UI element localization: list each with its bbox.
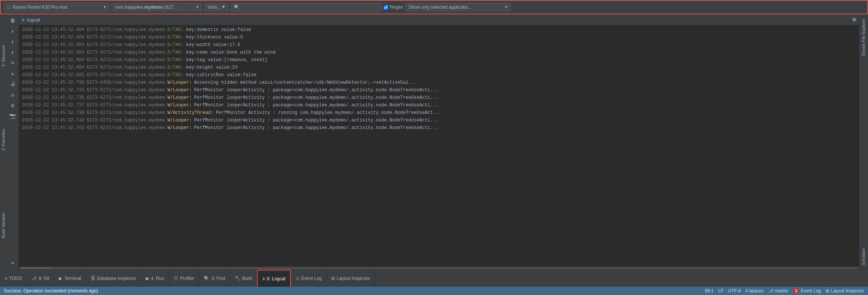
tab-terminal[interactable]: ▶Terminal [54,270,86,287]
log-message: PerfMonitor Activity : running com.happy… [216,109,441,116]
verbosity-selector[interactable]: Verb... ▼ [204,3,228,11]
log-process: 6273-6273/com.happylee.mydemo [87,124,165,131]
scroll-to-end-button[interactable]: ⬇ [8,26,18,36]
regex-label: Regex [390,5,403,10]
settings-button[interactable]: ⚙ [8,100,18,110]
app-selector[interactable]: com.happylee.mydemo (627... ▼ [112,3,202,11]
structure-label[interactable]: 2: Structure [0,42,6,70]
left-labels-panel: 2: Structure 2: Favorites Build Variants [0,14,7,269]
favorites-label[interactable]: 2: Favorites [0,126,6,154]
filter-button[interactable]: ≡ [8,58,18,68]
log-line: 2020-12-22 13:45:32.7386273-6273/com.hap… [19,109,859,117]
log-level: W/Looper: [167,87,192,94]
line-ending: LF [718,288,723,293]
tab-label-build: Build [242,276,252,281]
tab-label-database: Database Inspector [97,276,136,281]
app-package: com.happylee.mydemo (627... [115,5,177,10]
logcat-lines-icon: ≡ [22,17,25,23]
log-line: 2020-12-22 13:45:32.7426273-6273/com.hap… [19,117,859,124]
refresh-button[interactable]: ↻ [8,90,18,100]
regex-checkbox[interactable] [384,5,388,10]
search-input[interactable] [241,5,378,10]
tab-icon-find: 🔍 [204,276,209,281]
clear-logcat-button[interactable]: 🗑 [8,16,18,26]
app-filter-arrow: ▼ [505,5,507,9]
log-process: 6273-6273/com.happylee.mydemo [87,41,165,48]
tab-database[interactable]: 🗄Database Inspector [86,270,141,287]
build-variants-label[interactable]: Build Variants [0,210,6,241]
log-process: 6273-6273/com.happylee.mydemo [87,57,165,63]
tab-icon-git: ⎇ [31,276,37,281]
log-timestamp: 2020-12-22 13:45:32.684 [22,41,84,48]
log-level: D/TAG: [167,26,183,33]
tab-icon-build: 🔨 [235,276,240,281]
emulator-tab[interactable]: Emulator [860,245,868,268]
log-line: 2020-12-22 13:45:32.6846273-6273/com.hap… [19,34,859,41]
log-message: key:width value:17.6 [186,41,240,48]
charset: UTF-8 [728,288,741,293]
scrollbar-track[interactable] [20,267,857,269]
tab-event-log[interactable]: ⚠Event Log [291,270,327,287]
log-content[interactable]: 2020-12-22 13:45:32.6846273-6273/com.hap… [19,25,859,266]
search-box[interactable]: 🔍 [231,3,381,12]
logcat-title-text: logcat [27,17,40,23]
camera-button[interactable]: 📷 [8,111,18,121]
scrollbar-thumb[interactable] [20,267,50,269]
branch-name: master [775,288,789,293]
tab-run[interactable]: ▶4: Run [141,270,169,287]
print-button[interactable]: 🖨 [8,79,18,89]
log-process: 6273-6273/com.happylee.mydemo [87,87,165,94]
log-line: 2020-12-22 13:45:32.6846273-6273/com.hap… [19,26,859,34]
logcat-header: ≡ logcat ⊞ [19,14,859,25]
log-timestamp: 2020-12-22 13:45:32.684 [22,49,84,56]
tab-logcat[interactable]: ≡6: Logcat [257,270,290,287]
app-filter-selector[interactable]: Show only selected applicatio... ▼ [405,3,511,11]
log-process: 6273-6273/com.happylee.mydemo [87,64,165,71]
log-level: W/Looper: [167,124,192,131]
tab-git[interactable]: ⎇9: Git [27,270,54,287]
device-file-explorer-tab[interactable]: Device File Explorer [860,16,868,59]
tab-build[interactable]: 🔨Build [230,270,257,287]
log-line: 2020-12-22 13:45:32.7356273-6273/com.hap… [19,94,859,101]
tab-label-find: 3: Find [211,276,225,281]
device-selector[interactable]: ☐ Xiaomi Redmi K30 Pro And ▼ [4,3,109,12]
bottom-bar: ≡TODO⎇9: Git▶Terminal🗄Database Inspector… [0,269,868,287]
error-group[interactable]: 3 Event Log [793,288,821,294]
log-process: 6273-6273/com.happylee.mydemo [87,102,165,109]
tab-find[interactable]: 🔍3: Find [199,270,230,287]
branch-icon: ⎇ [768,288,773,293]
tab-label-profiler: Profiler [180,276,194,281]
search-icon: 🔍 [234,5,240,10]
scrollbar-area[interactable] [19,266,859,269]
log-timestamp: 2020-12-22 13:45:32.737 [22,102,84,109]
tab-profiler[interactable]: ⏱Profiler [169,270,199,287]
tab-icon-run: ▶ [146,276,149,281]
down-button[interactable]: ⬇ [8,48,18,57]
log-message: PerfMonitor looperActivity : package=com… [194,102,438,109]
tab-layout[interactable]: ⊞Layout Inspector [327,270,375,287]
favorites-button[interactable]: ★ [8,69,18,78]
layout-inspector-link[interactable]: ⊞ Layout Inspector [825,288,864,293]
log-message: key:height value:24 [186,64,238,71]
tab-icon-layout: ⊞ [331,276,335,281]
layout-inspector-label: Layout Inspector [831,288,864,293]
log-line: 2020-12-22 13:45:32.7336273-6273/com.hap… [19,86,859,94]
tab-todo[interactable]: ≡TODO [0,270,27,287]
log-message: key:thickness value:5 [186,34,243,41]
event-log-link[interactable]: Event Log [801,288,821,293]
logcat-panel: ≡ logcat ⊞ 2020-12-22 13:45:32.6846273-6… [19,14,859,269]
log-timestamp: 2020-12-22 13:45:32.684 [22,57,84,63]
up-button[interactable]: ⬆ [8,37,18,47]
log-process: 6273-6273/com.happylee.mydemo [87,26,165,33]
logcat-grid-button[interactable]: ⊞ [852,16,856,23]
log-message: PerfMonitor looperActivity : package=com… [194,94,438,101]
log-level: W/ActivityThread: [167,109,213,116]
log-timestamp: 2020-12-22 13:45:32.733 [22,87,84,94]
log-message: Accessing hidden method Lmiui/contentcat… [194,79,417,86]
tab-icon-profiler: ⏱ [174,276,178,281]
tab-label-terminal: Terminal [64,276,81,281]
status-line: Success: Operation succeeded (moments ag… [0,287,868,295]
expand-icon[interactable]: « [8,258,18,268]
log-timestamp: 2020-12-22 13:45:32.684 [22,34,84,41]
status-right: 99:1 LF UTF-8 4 spaces ⎇ master 3 Event … [705,288,864,294]
